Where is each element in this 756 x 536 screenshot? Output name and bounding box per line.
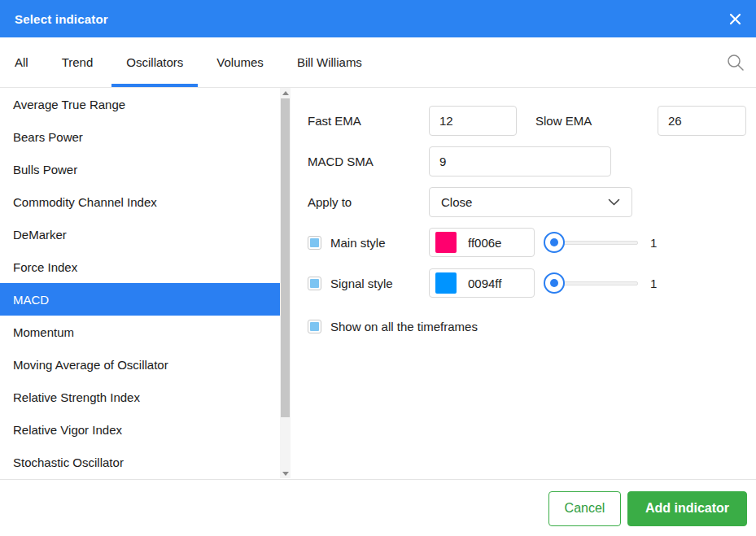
tab-trend[interactable]: Trend [47, 37, 108, 87]
main-style-slider-track[interactable] [563, 241, 638, 245]
main-style-color-swatch [435, 232, 457, 253]
macd-sma-row: MACD SMA [308, 146, 746, 176]
list-item-relative-vigor-index[interactable]: Relative Vigor Index [0, 413, 281, 446]
dialog-title: Select indicator [15, 12, 108, 26]
close-icon [729, 13, 741, 25]
select-indicator-dialog: Select indicator All Trend Oscillators V… [0, 0, 756, 536]
macd-sma-label: MACD SMA [308, 155, 429, 168]
show-all-timeframes-checkbox[interactable] [308, 320, 321, 333]
main-style-row: Main style ff006e 1 [308, 228, 746, 257]
signal-style-row: Signal style 0094ff 1 [308, 268, 746, 298]
list-item-stochastic-oscillator[interactable]: Stochastic Oscillator [0, 446, 281, 478]
signal-style-color-field[interactable]: 0094ff [429, 268, 535, 298]
signal-style-width-value: 1 [650, 277, 657, 290]
cancel-button[interactable]: Cancel [548, 491, 621, 526]
show-all-timeframes-checkbox-fill [310, 322, 319, 331]
list-item-demarker[interactable]: DeMarker [0, 218, 281, 251]
main-style-width-value: 1 [650, 236, 657, 250]
list-item-bulls-power[interactable]: Bulls Power [0, 153, 281, 185]
close-button[interactable] [725, 9, 745, 28]
indicator-list-pane: Average True Range Bears Power Bulls Pow… [0, 88, 291, 479]
add-indicator-button[interactable]: Add indicator [627, 491, 747, 526]
scrollbar-thumb[interactable] [281, 98, 290, 417]
ema-row: Fast EMA Slow EMA [308, 106, 746, 136]
tab-volumes[interactable]: Volumes [202, 37, 278, 87]
category-tabbar: All Trend Oscillators Volumes Bill Willi… [0, 37, 756, 88]
apply-to-label: Apply to [308, 195, 429, 209]
macd-sma-input[interactable] [429, 146, 611, 176]
scrollbar-up-arrow-icon[interactable] [280, 88, 291, 98]
tab-oscillators[interactable]: Oscillators [111, 37, 198, 87]
search-button[interactable] [722, 49, 749, 76]
signal-style-label: Signal style [330, 277, 429, 290]
signal-style-slider-track[interactable] [563, 281, 638, 285]
list-item-commodity-channel-index[interactable]: Commodity Channel Index [0, 185, 281, 218]
dialog-titlebar: Select indicator [0, 0, 756, 37]
list-item-relative-strength-index[interactable]: Relative Strength Index [0, 381, 281, 413]
signal-style-slider-thumb[interactable] [544, 272, 565, 294]
scrollbar-down-arrow-icon[interactable] [280, 468, 291, 478]
slow-ema-input[interactable] [658, 106, 746, 136]
signal-style-color-hex: 0094ff [468, 277, 501, 290]
main-style-checkbox[interactable] [308, 236, 321, 250]
main-style-color-hex: ff006e [468, 236, 501, 250]
apply-to-value: Close [441, 195, 472, 209]
signal-style-checkbox-fill [310, 279, 319, 288]
dialog-content: Average True Range Bears Power Bulls Pow… [0, 88, 756, 479]
main-style-color-field[interactable]: ff006e [429, 228, 535, 257]
list-item-moving-average-of-oscillator[interactable]: Moving Average of Oscillator [0, 348, 281, 381]
search-icon [726, 53, 745, 72]
main-style-checkbox-fill [310, 238, 319, 247]
signal-style-color-swatch [435, 272, 457, 294]
chevron-down-icon [608, 198, 620, 206]
tab-all[interactable]: All [0, 37, 43, 87]
list-item-momentum[interactable]: Momentum [0, 316, 281, 348]
apply-to-select[interactable]: Close [429, 187, 632, 217]
main-style-width-slider[interactable]: 1 [544, 232, 657, 253]
list-item-bears-power[interactable]: Bears Power [0, 120, 281, 153]
dialog-footer: Cancel Add indicator [0, 479, 756, 536]
main-style-label: Main style [330, 236, 429, 250]
list-scrollbar[interactable] [280, 88, 291, 478]
fast-ema-label: Fast EMA [308, 114, 429, 128]
indicator-list: Average True Range Bears Power Bulls Pow… [0, 88, 281, 478]
list-item-average-true-range[interactable]: Average True Range [0, 88, 281, 120]
show-all-timeframes-label: Show on all the timeframes [330, 320, 478, 333]
signal-style-checkbox[interactable] [308, 277, 321, 290]
main-style-slider-thumb[interactable] [544, 232, 565, 253]
apply-to-row: Apply to Close [308, 187, 746, 217]
show-all-timeframes-row: Show on all the timeframes [308, 320, 746, 333]
slow-ema-label: Slow EMA [535, 114, 658, 128]
list-item-macd[interactable]: MACD [0, 283, 281, 316]
tab-bill-williams[interactable]: Bill Williams [282, 37, 377, 87]
fast-ema-input[interactable] [429, 106, 517, 136]
indicator-settings-pane: Fast EMA Slow EMA MACD SMA Apply to Clos… [291, 88, 756, 479]
signal-style-width-slider[interactable]: 1 [544, 272, 657, 294]
list-item-force-index[interactable]: Force Index [0, 251, 281, 283]
